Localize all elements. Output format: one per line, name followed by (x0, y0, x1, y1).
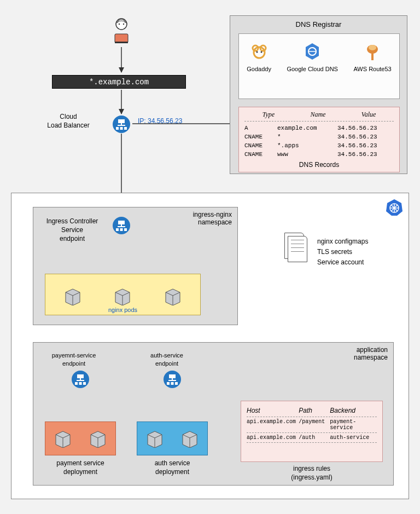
auth-endpoint-label: auth-service endpoint (137, 351, 197, 368)
auth-dep-label: auth service deployment (137, 459, 208, 476)
registrar-route53: AWS Route53 (353, 42, 391, 72)
load-balancer-icon (112, 115, 131, 134)
gcloud-dns-icon (302, 42, 322, 61)
pod-icon (89, 429, 107, 448)
config-line: Service account (317, 257, 368, 268)
svg-rect-20 (116, 127, 119, 130)
svg-rect-14 (115, 34, 128, 43)
godaddy-label: Godaddy (247, 66, 271, 72)
config-docs-icon (284, 233, 309, 263)
kubernetes-icon (385, 198, 404, 217)
svg-rect-53 (77, 374, 84, 378)
svg-rect-63 (167, 382, 170, 385)
config-line: TLS secrets (317, 247, 368, 257)
dns-record-row: CNAME*34.56.56.23 (244, 132, 394, 141)
dns-title: DNS Registrar (230, 20, 407, 28)
svg-rect-57 (79, 382, 82, 385)
auth-deployment (137, 421, 208, 455)
dns-records-label: DNS Records (239, 161, 399, 169)
registrar-gcloud: Google Cloud DNS (287, 42, 338, 72)
payment-dep-label: payment service deployment (45, 459, 116, 476)
pod-icon (180, 429, 199, 448)
ingress-rule-row: api.example.com/paymentpayment-service (241, 417, 382, 432)
registrar-godaddy: Godaddy (247, 42, 271, 72)
route53-label: AWS Route53 (353, 66, 391, 72)
auth-svc-icon (163, 370, 182, 389)
ingress-rules-header: Host Path Backend (241, 401, 382, 417)
payment-deployment (45, 421, 116, 455)
payment-endpoint-label: payemnt-service endpoint (44, 351, 104, 368)
svg-point-11 (116, 19, 127, 30)
config-docs-list: nginx configmaps TLS secrets Service acc… (317, 236, 368, 268)
svg-rect-21 (120, 127, 123, 130)
svg-rect-65 (175, 382, 178, 385)
config-line: nginx configmaps (317, 236, 368, 247)
lb-label: Cloud Load Balancer (33, 112, 104, 130)
dns-registrar-panel: DNS Registrar Godaddy Google Cloud DNS A… (230, 15, 407, 174)
svg-rect-43 (116, 228, 119, 231)
ingress-rules-box: Host Path Backend api.example.com/paymen… (241, 401, 383, 462)
pod-icon (145, 429, 164, 448)
pod-icon (113, 287, 132, 305)
ingress-rule-row: api.example.com/authauth-service (241, 433, 382, 442)
dns-record-row: Aexample.com34.56.56.23 (244, 124, 394, 132)
user-icon (109, 18, 133, 45)
godaddy-icon (249, 42, 269, 61)
svg-rect-60 (169, 374, 176, 378)
gcloud-label: Google Cloud DNS (287, 66, 338, 72)
dns-records-box: Type Name Value Aexample.com34.56.56.23 … (238, 107, 400, 172)
svg-point-32 (369, 45, 376, 50)
svg-point-12 (119, 24, 120, 25)
lb-ip-label: IP: 34.56.56.23 (138, 117, 182, 125)
payment-svc-icon (71, 370, 90, 389)
dns-records-header: Type Name Value (244, 111, 394, 119)
domain-bar: *.example.com (52, 75, 186, 89)
svg-rect-45 (124, 228, 127, 231)
svg-rect-64 (171, 382, 174, 385)
route53-icon (363, 42, 382, 61)
app-ns-title: application namespace (354, 346, 388, 361)
svg-rect-17 (118, 119, 125, 123)
svg-point-27 (260, 51, 262, 53)
registrar-row: Godaddy Google Cloud DNS AWS Route53 (238, 33, 400, 99)
ingress-ns-title: ingress-nginx namespace (193, 211, 232, 226)
ingress-rules-label: ingress rules (ingress.yaml) (241, 464, 383, 482)
dns-record-row: CNAMEwww34.56.56.23 (244, 150, 394, 159)
nginx-pods-band: nginx pods (45, 274, 201, 315)
svg-point-13 (123, 24, 124, 25)
svg-rect-56 (75, 382, 78, 385)
pod-icon (54, 429, 72, 448)
svg-rect-44 (120, 228, 123, 231)
svg-rect-22 (124, 127, 127, 130)
svg-rect-15 (115, 42, 128, 43)
svg-point-23 (254, 47, 265, 58)
svg-rect-58 (83, 382, 86, 385)
pod-icon (164, 287, 182, 305)
svg-point-26 (256, 51, 258, 53)
svg-rect-40 (118, 221, 125, 224)
domain-text: *.example.com (89, 78, 149, 86)
nginx-pods-label: nginx pods (45, 307, 200, 313)
ingress-controller-svc-icon (112, 216, 131, 235)
dns-record-row: CNAME*.apps34.56.56.23 (244, 141, 394, 150)
ingress-controller-label: Ingress Controller Service endpoint (39, 217, 105, 244)
pod-icon (63, 287, 82, 305)
